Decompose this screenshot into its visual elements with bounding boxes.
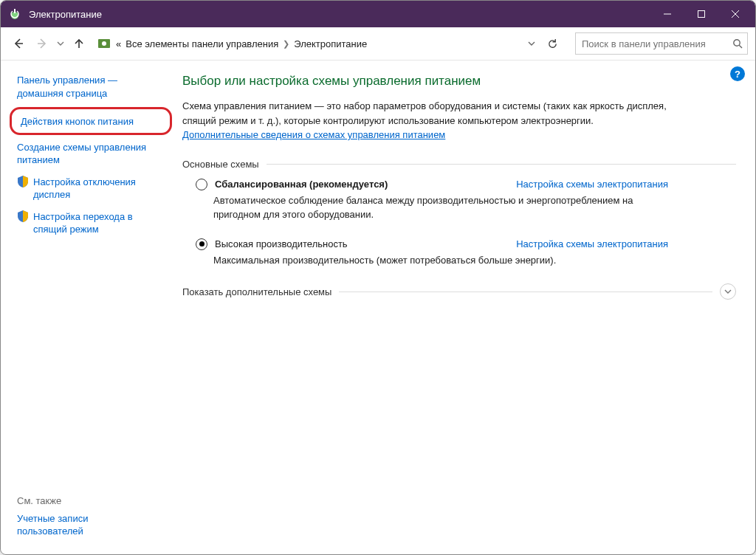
plan-balanced-settings-link[interactable]: Настройка схемы электропитания (516, 179, 668, 190)
nav-history-dropdown[interactable] (57, 40, 64, 47)
show-more-plans[interactable]: Показать дополнительные схемы (182, 283, 736, 300)
plan-highperf: Высокая производительность Настройка схе… (196, 238, 668, 268)
svg-line-12 (739, 45, 742, 48)
shield-icon (17, 176, 29, 187)
sidebar-home-line1: Панель управления — (17, 75, 117, 86)
radio-balanced[interactable] (196, 179, 207, 190)
svg-point-10 (102, 41, 106, 46)
breadcrumb-dropdown[interactable] (525, 40, 538, 47)
nav-up-button[interactable] (69, 33, 89, 54)
svg-rect-1 (14, 9, 16, 13)
chevron-right-icon: ❯ (283, 39, 289, 49)
navbar: « Все элементы панели управления ❯ Элект… (1, 27, 755, 61)
breadcrumb[interactable]: « Все элементы панели управления ❯ Элект… (92, 34, 566, 53)
breadcrumb-item-all[interactable]: Все элементы панели управления (126, 38, 278, 49)
divider (267, 164, 736, 165)
highlight-box: Действия кнопок питания (10, 107, 172, 135)
power-app-icon (8, 7, 21, 21)
sidebar-home-line2: домашняя страница (17, 88, 107, 99)
plan-highperf-settings-link[interactable]: Настройка схемы электропитания (516, 238, 668, 249)
plan-balanced: Сбалансированная (рекомендуется) Настрой… (196, 179, 668, 222)
minimize-button[interactable] (650, 1, 684, 27)
help-button[interactable]: ? (730, 66, 745, 81)
sidebar-display-off-link[interactable]: Настройка отключения дисплея (17, 176, 168, 201)
plan-balanced-desc: Автоматическое соблюдение баланса между … (213, 193, 668, 222)
plan-highperf-name[interactable]: Высокая производительность (215, 238, 348, 249)
search-input[interactable] (580, 38, 729, 50)
plan-highperf-desc: Максимальная производительность (может п… (213, 253, 668, 268)
nav-back-button[interactable] (8, 33, 29, 54)
more-info-link[interactable]: Дополнительные сведения о схемах управле… (182, 129, 445, 140)
sidebar: Панель управления — домашняя страница Де… (1, 61, 172, 554)
maximize-button[interactable] (684, 1, 718, 27)
close-button[interactable] (718, 1, 752, 27)
content: ? Выбор или настройка схемы управления п… (172, 61, 755, 554)
radio-highperf[interactable] (196, 238, 207, 250)
sidebar-create-plan-link[interactable]: Создание схемы управления питанием (17, 141, 168, 167)
sidebar-button-actions-link[interactable]: Действия кнопок питания (21, 115, 161, 128)
window: Электропитание « Все элементы панели упр… (0, 0, 756, 555)
shield-icon (17, 210, 29, 222)
control-panel-icon (97, 36, 111, 51)
chevron-down-icon[interactable] (720, 283, 736, 300)
titlebar: Электропитание (1, 1, 755, 27)
refresh-button[interactable] (543, 34, 562, 53)
sidebar-home-link[interactable]: Панель управления — домашняя страница (17, 74, 168, 100)
sidebar-user-accounts-link[interactable]: Учетные записи пользователей (17, 512, 168, 538)
sidebar-sleep-link[interactable]: Настройка перехода в спящий режим (17, 210, 168, 236)
window-title: Электропитание (29, 9, 650, 20)
search-box[interactable] (575, 32, 748, 55)
lead-text: Схема управления питанием — это набор па… (182, 99, 670, 142)
page-title: Выбор или настройка схемы управления пит… (182, 74, 736, 89)
basic-plans-header: Основные схемы (182, 159, 736, 170)
svg-rect-3 (698, 11, 705, 18)
plan-balanced-name[interactable]: Сбалансированная (рекомендуется) (215, 179, 388, 190)
svg-point-11 (734, 40, 740, 46)
basic-plans-group: Основные схемы Сбалансированная (рекомен… (182, 159, 736, 268)
nav-forward-button[interactable] (32, 33, 52, 54)
breadcrumb-prefix: « (116, 38, 121, 49)
divider (339, 292, 712, 292)
body: Панель управления — домашняя страница Де… (1, 61, 755, 554)
search-icon[interactable] (732, 38, 743, 49)
breadcrumb-item-power[interactable]: Электропитание (294, 38, 367, 49)
see-also-header: См. также (17, 495, 168, 506)
